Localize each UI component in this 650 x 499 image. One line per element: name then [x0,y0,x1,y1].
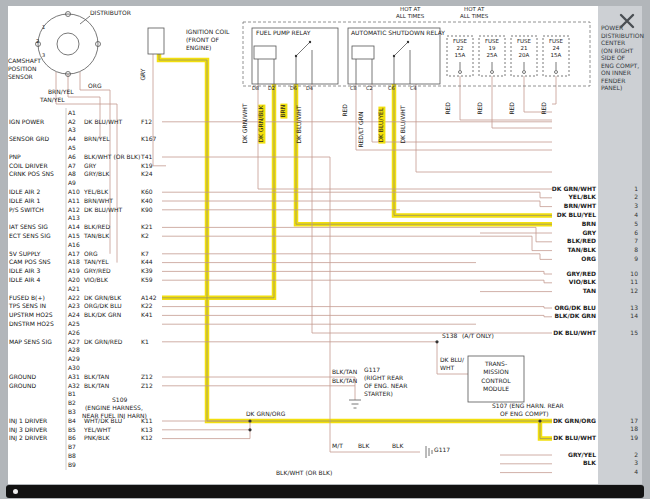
pcm-function-label: IDLE AIR 3 [9,268,40,275]
pcm-pin-id: B8 [68,453,76,460]
pcm-function-label: PNP [9,154,21,161]
pcm-function-label: INJ 1 DRIVER [9,418,47,425]
circuit-id: K59 [141,277,153,284]
pcm-pin-id: B4 [68,418,76,425]
relay-pin-label: D4 [306,86,313,92]
wire-color-label: BLK/TAN [332,369,357,376]
splice-label: S138 [442,333,457,340]
wire-color-label: DK GRN/BLK [258,104,265,143]
wiring-diagram-viewer: DISTRIBUTOR CAMSHAFT POSITION SENSOR IGN… [0,0,650,499]
wire-color-label: DK BLU/WHT [296,105,303,143]
wire-color-label: ORG/DK BLU [500,305,596,312]
circuit-id: K60 [141,189,153,196]
pcm-pin-id: A6 [68,154,76,161]
pcm-pin-id: B2 [68,400,76,407]
wire-color-label: YEL/BLK [84,189,108,196]
circuit-id: K90 [141,207,153,214]
wire-color-label: TAN/BLK [500,247,596,254]
wire-color-label: DK GRN/WHT [242,104,249,144]
circuit-id: K12 [141,435,153,442]
distributor-terminal: 3 [42,53,45,59]
pcm-pin-id: A18 [68,259,80,266]
wire-color-label: BLK/RED [84,224,110,231]
circuit-id: K44 [141,259,153,266]
diagram-label: ALL TIMES [396,13,424,19]
connector-pin-number: 3 [624,203,638,210]
wire-color-label: YEL/WHT [84,427,111,434]
connector-pin-number: 18 [624,426,638,433]
connector-pin-number: 15 [624,330,638,337]
wire-color-label: VIO/BLK [84,277,108,284]
wire-color-label: GRY [140,68,147,80]
wire-color-label: TAN [500,288,596,295]
wire-color-label: GRY/RED [84,268,111,275]
wire-color-label: RED [509,102,516,115]
circuit-id: K7 [141,251,149,258]
circuit-id: T41 [141,154,152,161]
relay-pin-label: D8 [252,86,259,92]
ground-label: G117 [364,367,380,374]
wire-color-label: BLK/WHT (OR BLK) [84,154,140,161]
wire-color-label: GRY/RED [500,271,596,278]
wire-color-label: RED [541,102,548,115]
wire-color-label: RED [342,104,349,117]
wire-color-label: DK BLU/WHT [400,105,407,143]
diagram-label: NEAR FUEL INJ HARN) [82,413,147,420]
pcm-pin-id: B9 [68,462,76,469]
pcm-function-label: IAT SENS SIG [9,224,48,231]
pcm-pin-id: A3 [68,127,76,134]
pcm-pin-id: A21 [68,286,80,293]
pcm-function-label: INJ 2 DRIVER [9,435,47,442]
close-button[interactable] [616,10,638,32]
splice-label: S107 (ENG HARN. REAR [492,403,564,410]
pcm-pin-id: A25 [68,321,80,328]
wire-color-label: BLK/TAN [84,383,109,390]
wire-color-label: BRN/WHT [500,203,596,210]
wire-color-label: BLK [358,443,369,450]
pcm-function-label: IGN POWER [9,119,44,126]
pcm-function-label: ECT SENS SIG [9,233,51,240]
connector-pin-number: 13 [624,305,638,312]
wire-color-label: DK GRN/WHT [500,186,596,193]
pcm-pin-id: A20 [68,277,80,284]
pcm-pin-id: A23 [68,303,80,310]
wire-color-label: BLK/WHT (OR BLK) [276,470,332,477]
pcm-pin-id: A16 [68,242,80,249]
wire-color-label: BLK/TAN [84,374,109,381]
wire-color-label: VIO/BLK [500,279,596,286]
pcm-pin-id: A27 [68,339,80,346]
pcm-pin-id: A31 [68,374,80,381]
connector-pin-number: 3 [624,460,638,467]
circuit-id: Z12 [141,374,153,381]
circuit-id: K19 [141,163,153,170]
pcm-function-label: 5V SUPPLY [9,251,40,258]
splice-label: S109 [112,397,127,404]
wire-color-label: DK BLU/WHT [84,207,122,214]
connector-pin-number: 1 [624,186,638,193]
circuit-id: K167 [141,136,156,143]
pcm-function-label: GROUND [9,383,36,390]
pcm-pin-id: A10 [68,189,80,196]
wire-color-label: WHT [440,365,454,372]
pcm-function-label: DNSTRM HO2S [9,321,54,328]
pcm-pin-id: A14 [68,224,80,231]
connector-pin-number: 5 [624,221,638,228]
wire-color-label: TAN/YEL [84,259,109,266]
diagram-label: ALL TIMES [460,13,488,19]
wire-color-label: DK BLU/YEL [378,107,385,144]
wire-color-label: BLK/DK GRN [500,313,596,320]
pcm-function-label: MAP SENS SIG [9,339,52,346]
wire-color-label: BLK/RED [500,238,596,245]
connector-pin-number: 14 [624,313,638,320]
wire-color-label: BRN [280,104,287,119]
relay-pin-label: C4 [410,86,417,92]
connector-pin-number: 19 [624,435,638,442]
relay-pin-label: C8 [350,86,357,92]
wire-color-label: BRN/YEL [48,89,74,96]
wire-color-label: ORG [88,83,102,90]
wire-color-label: BRN/YEL [84,136,110,143]
pcm-function-label: INJ 3 DRIVER [9,427,47,434]
diagram-label: HOT AT [400,6,420,12]
pcm-pin-id: B7 [68,444,76,451]
relay-pin-label: D6 [290,86,297,92]
